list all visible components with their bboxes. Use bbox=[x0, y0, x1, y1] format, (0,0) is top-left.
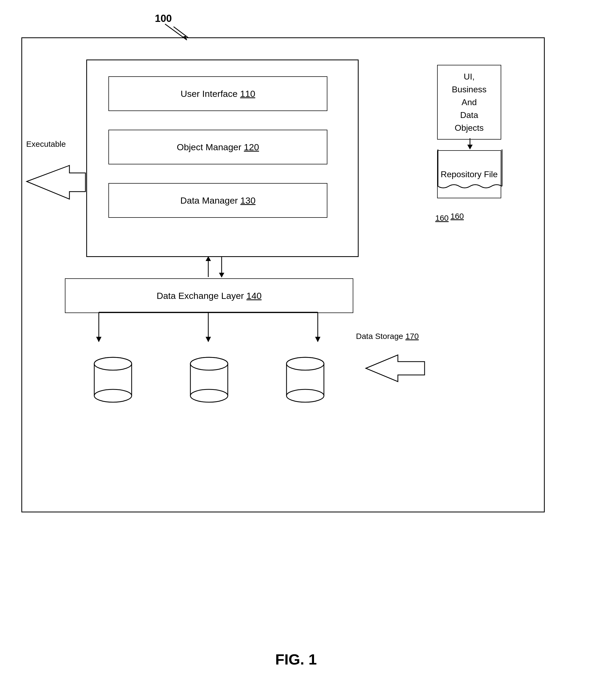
user-interface-box: User Interface 110 bbox=[108, 76, 327, 111]
svg-point-27 bbox=[190, 357, 228, 370]
data-storage-label: Data Storage 170 bbox=[356, 332, 419, 341]
database-cylinder-left bbox=[92, 353, 134, 407]
data-manager-label: Data Manager 130 bbox=[180, 195, 255, 206]
del-label: Data Exchange Layer 140 bbox=[156, 290, 261, 301]
svg-point-33 bbox=[287, 357, 324, 370]
ui-objects-box: UI, Business And Data Objects bbox=[437, 65, 501, 140]
object-manager-label: Object Manager 120 bbox=[177, 142, 259, 152]
user-interface-label: User Interface 110 bbox=[181, 89, 255, 99]
repo-ref-160: 160 bbox=[435, 214, 449, 223]
repository-file-box: Repository File bbox=[437, 150, 501, 198]
data-manager-box: Data Manager 130 bbox=[108, 183, 327, 218]
svg-point-26 bbox=[190, 389, 228, 402]
svg-point-32 bbox=[287, 389, 324, 402]
repo-ref-label: 160 bbox=[450, 212, 464, 221]
object-manager-box: Object Manager 120 bbox=[108, 130, 327, 164]
svg-point-21 bbox=[94, 357, 132, 370]
diagram-label-100: 100 bbox=[155, 13, 172, 24]
database-container bbox=[65, 353, 353, 407]
outer-diagram-box: Executable User Interface 110 Object Man… bbox=[21, 37, 545, 513]
data-exchange-layer-box: Data Exchange Layer 140 bbox=[65, 278, 353, 313]
repository-file-label: Repository File bbox=[441, 169, 497, 179]
svg-point-20 bbox=[94, 389, 132, 402]
figure-caption: FIG. 1 bbox=[275, 651, 317, 668]
inner-application-box: User Interface 110 Object Manager 120 Da… bbox=[86, 59, 359, 257]
database-cylinder-right bbox=[284, 353, 327, 407]
database-cylinder-middle bbox=[188, 353, 231, 407]
executable-label: Executable bbox=[26, 140, 66, 149]
